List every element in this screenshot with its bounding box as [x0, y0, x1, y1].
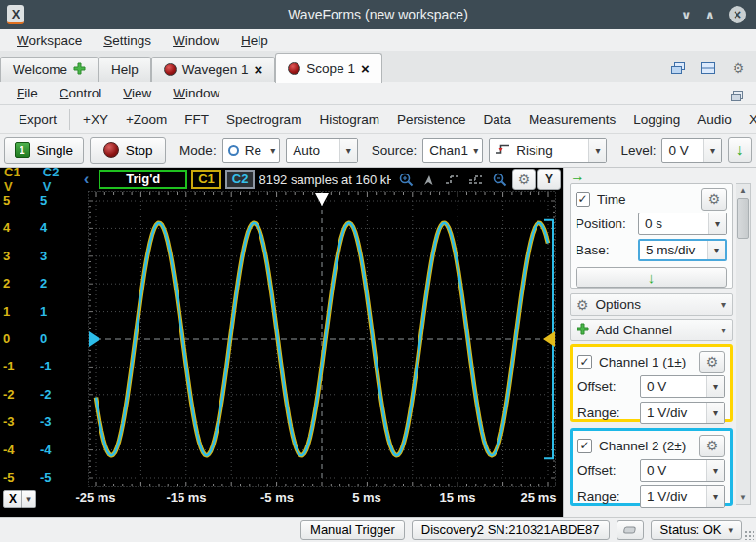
- scope-menu-view[interactable]: View: [114, 84, 160, 102]
- channel1-range-select[interactable]: 1 V/div ▾: [640, 402, 725, 424]
- toolbar-item-measurements[interactable]: Measurements: [520, 109, 624, 130]
- position-select[interactable]: 0 s ▾: [638, 213, 727, 235]
- scope-menu-control[interactable]: Control: [51, 84, 111, 102]
- toolbar-item-data[interactable]: Data: [474, 109, 520, 130]
- toolbar-item--xy[interactable]: +XY: [74, 109, 117, 130]
- scope-menu-file[interactable]: File: [8, 84, 47, 102]
- chevron-down-icon: ▾: [270, 145, 279, 156]
- zoom-in-icon[interactable]: [395, 169, 417, 190]
- x-axis-dropdown-icon[interactable]: ▾: [22, 490, 36, 508]
- panel-scrollbar[interactable]: ▲ ▼: [736, 183, 751, 505]
- tile-windows-icon[interactable]: [695, 56, 722, 80]
- x-axis-selector-button[interactable]: X: [3, 490, 22, 508]
- chevron-down-icon: ▾: [728, 525, 733, 535]
- toolbar-item-histogram[interactable]: Histogram: [310, 109, 388, 130]
- c2-channel-button[interactable]: C2: [225, 170, 256, 189]
- options-row[interactable]: ⚙ Options ▾: [570, 293, 733, 316]
- c1-channel-button[interactable]: C1: [191, 170, 221, 189]
- options-gear-icon: ⚙: [577, 298, 589, 312]
- time-apply-button[interactable]: ↓: [576, 267, 727, 288]
- channel2-checkbox[interactable]: ✓: [577, 439, 592, 453]
- scroll-up-icon[interactable]: ▲: [736, 184, 750, 197]
- tab-welcome[interactable]: Welcome: [0, 57, 99, 82]
- trigger-source-select[interactable]: Chan1 ▾: [422, 138, 483, 163]
- window-title: WaveForms (new workspace): [0, 7, 756, 22]
- menu-workspace[interactable]: Workspace: [8, 31, 91, 50]
- toolbar-item-x-cursors[interactable]: X Cursors: [740, 109, 756, 130]
- close-tab-icon[interactable]: ×: [361, 61, 370, 76]
- plot-settings-gear-icon[interactable]: ⚙: [512, 169, 536, 190]
- add-channel-row[interactable]: Add Channel ▾: [570, 319, 733, 341]
- mode-select[interactable]: Re ▾: [222, 138, 281, 163]
- toolbar-item-spectrogram[interactable]: Spectrogram: [218, 109, 310, 130]
- c2-axis-label[interactable]: C2 V: [43, 165, 66, 194]
- menu-settings[interactable]: Settings: [95, 31, 160, 50]
- toolbar-item-audio[interactable]: Audio: [689, 109, 740, 130]
- channel2-offset-select[interactable]: 0 V ▾: [640, 459, 725, 482]
- time-group: ✓ Time ⚙ Position: 0 s ▾ Base: 5 ms/div …: [570, 183, 733, 289]
- base-select[interactable]: 5 ms/div ▾: [638, 239, 727, 261]
- stop-button[interactable]: Stop: [90, 137, 166, 164]
- channel1-title: Channel 1 (1±): [599, 355, 693, 369]
- status-button[interactable]: Status: OK ▾: [651, 520, 742, 540]
- c1-ytick-label: -5: [3, 470, 28, 485]
- tab-scope[interactable]: Scope 1 ×: [275, 53, 381, 83]
- single-button[interactable]: 1 Single: [4, 137, 84, 164]
- trigger-level-icon[interactable]: [465, 169, 487, 190]
- channel2-range-select[interactable]: 1 V/div ▾: [640, 485, 725, 508]
- resize-grip[interactable]: [744, 530, 754, 540]
- tab-welcome-label: Welcome: [13, 62, 67, 77]
- chevron-down-icon: ▾: [707, 241, 725, 259]
- c2-ytick-label: 3: [40, 249, 65, 264]
- c1-ytick-label: -4: [3, 443, 28, 458]
- trigger-position-icon[interactable]: [442, 169, 463, 190]
- xtick-label: -15 ms: [166, 490, 206, 505]
- c1-ytick-label: 4: [3, 220, 28, 236]
- toolbar-item--zoom[interactable]: +Zoom: [117, 109, 176, 130]
- minimize-icon[interactable]: ∨: [681, 9, 692, 21]
- manual-trigger-button[interactable]: Manual Trigger: [300, 520, 405, 540]
- trigger-level-select[interactable]: 0 V ▾: [661, 138, 722, 163]
- scope-menu-window[interactable]: Window: [164, 84, 228, 102]
- acquire-mode-select[interactable]: Auto ▾: [286, 138, 358, 163]
- zoom-out-icon[interactable]: [489, 169, 510, 190]
- scrollbar-thumb[interactable]: [737, 198, 749, 239]
- toolbar-item-persistence[interactable]: Persistence: [388, 109, 475, 130]
- position-label: Position:: [576, 216, 634, 231]
- chevron-down-icon: ▾: [706, 376, 724, 397]
- cascade-windows-icon[interactable]: [664, 56, 692, 80]
- level-auto-set-button[interactable]: ↓: [728, 137, 752, 163]
- channel1-checkbox[interactable]: ✓: [577, 355, 592, 369]
- channel1-gear-icon[interactable]: ⚙: [699, 351, 725, 373]
- toolbar-item-export[interactable]: Export: [10, 109, 70, 130]
- collapse-left-icon[interactable]: ‹: [84, 171, 90, 187]
- tab-help-label: Help: [111, 62, 139, 77]
- channel2-gear-icon[interactable]: ⚙: [699, 435, 725, 457]
- scroll-down-icon[interactable]: ▼: [736, 491, 750, 504]
- trigger-slope-select[interactable]: Rising ▾: [489, 138, 607, 163]
- time-gear-icon[interactable]: ⚙: [701, 188, 727, 211]
- c2-ytick-label: 2: [40, 276, 65, 291]
- device-button[interactable]: Discovery2 SN:210321ABDE87: [412, 520, 610, 540]
- y-axis-button[interactable]: Y: [537, 169, 561, 190]
- clear-log-button[interactable]: [617, 520, 644, 540]
- c1-axis-label[interactable]: C1 V: [4, 165, 27, 194]
- close-icon[interactable]: ×: [729, 6, 746, 23]
- repeated-mode-icon: [228, 145, 239, 156]
- menu-window[interactable]: Window: [164, 31, 228, 50]
- chevron-down-icon: ▾: [706, 460, 724, 481]
- c1-ytick-label: 1: [3, 304, 28, 320]
- gear-icon[interactable]: ⚙: [725, 56, 752, 80]
- toolbar-item-logging[interactable]: Logging: [624, 109, 689, 130]
- plot-canvas[interactable]: [88, 191, 556, 487]
- titlebar: X WaveForms (new workspace) ∨ ∧ ×: [0, 0, 756, 29]
- pointer-tool-icon[interactable]: [418, 169, 440, 190]
- menu-help[interactable]: Help: [232, 31, 277, 50]
- close-tab-icon[interactable]: ×: [255, 62, 263, 77]
- tab-wavegen[interactable]: Wavegen 1 ×: [151, 57, 276, 82]
- channel1-offset-select[interactable]: 0 V ▾: [640, 375, 725, 398]
- time-checkbox[interactable]: ✓: [576, 192, 590, 207]
- maximize-icon[interactable]: ∧: [704, 9, 715, 21]
- toolbar-item-fft[interactable]: FFT: [176, 109, 218, 130]
- tab-help[interactable]: Help: [99, 57, 151, 82]
